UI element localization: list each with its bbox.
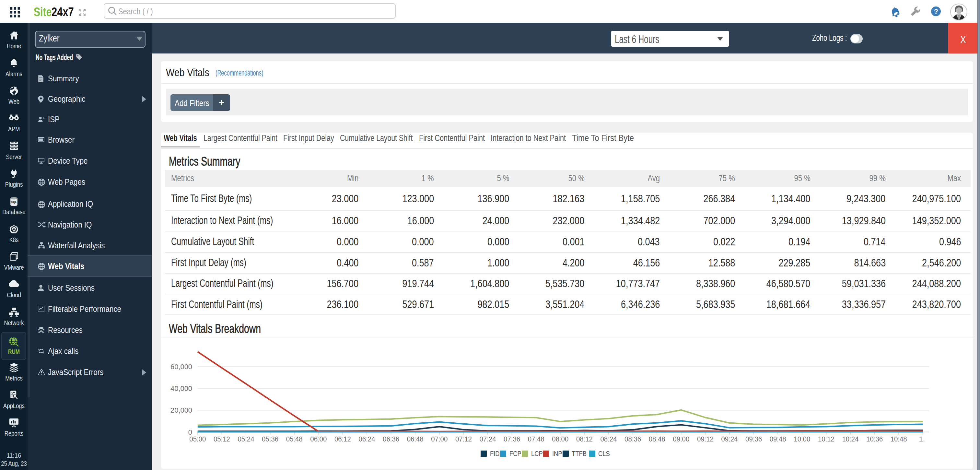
svg-text:08:36: 08:36 <box>625 435 641 443</box>
svg-text:05:48: 05:48 <box>286 435 302 443</box>
svg-text:40,000: 40,000 <box>170 384 192 392</box>
svg-text:07:48: 07:48 <box>528 435 544 443</box>
svg-text:07:36: 07:36 <box>504 435 520 443</box>
svg-text:60,000: 60,000 <box>170 363 192 371</box>
svg-text:06:24: 06:24 <box>358 435 375 443</box>
svg-text:10:36: 10:36 <box>866 435 883 443</box>
svg-text:08:00: 08:00 <box>552 435 568 443</box>
svg-text:06:12: 06:12 <box>334 435 351 443</box>
svg-text:10:24: 10:24 <box>842 435 859 443</box>
svg-text:05:12: 05:12 <box>213 435 230 443</box>
svg-text:08:24: 08:24 <box>600 435 617 443</box>
svg-text:09:00: 09:00 <box>673 435 689 443</box>
svg-text:05:00: 05:00 <box>189 435 206 443</box>
svg-text:05:24: 05:24 <box>237 435 254 443</box>
svg-text:07:00: 07:00 <box>431 435 447 443</box>
svg-text:09:12: 09:12 <box>697 435 713 443</box>
svg-text:SQL: SQL <box>11 200 16 204</box>
svg-text:09:24: 09:24 <box>721 435 738 443</box>
svg-text:10:48: 10:48 <box>890 435 907 443</box>
svg-text:09:36: 09:36 <box>745 435 762 443</box>
svg-text:06:00: 06:00 <box>310 435 327 443</box>
svg-text:06:48: 06:48 <box>407 435 423 443</box>
svg-text:05:36: 05:36 <box>262 435 278 443</box>
svg-text:07:24: 07:24 <box>479 435 496 443</box>
svg-text:08:12: 08:12 <box>576 435 592 443</box>
svg-text:10:00: 10:00 <box>794 435 810 443</box>
svg-text:20,000: 20,000 <box>170 406 192 414</box>
svg-text:07:12: 07:12 <box>455 435 471 443</box>
svg-text:10:12: 10:12 <box>818 435 834 443</box>
svg-text:06:36: 06:36 <box>383 435 399 443</box>
svg-text:1.: 1. <box>919 435 924 443</box>
svg-text:09:48: 09:48 <box>769 435 786 443</box>
svg-text:08:48: 08:48 <box>649 435 665 443</box>
